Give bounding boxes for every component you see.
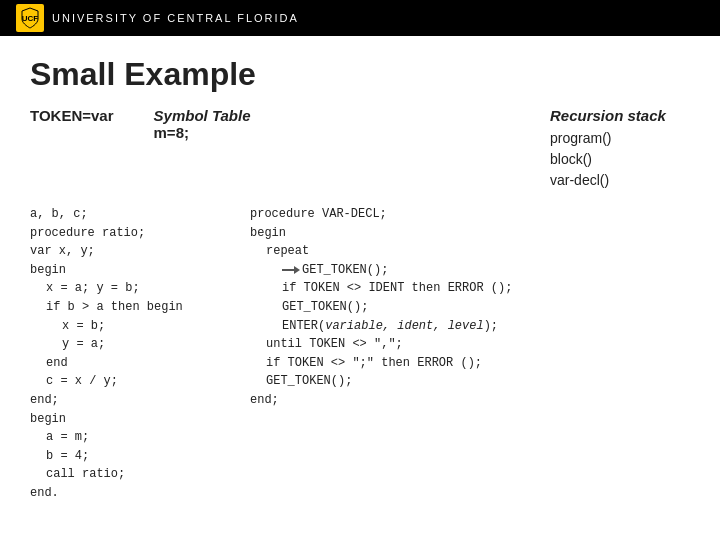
rc-line8: until TOKEN <> ","; <box>266 335 690 354</box>
shield-icon: UCF <box>16 4 44 32</box>
token-symbol-area: TOKEN=var Symbol Table m=8; <box>30 107 530 141</box>
university-name: UNIVERSITY OF CENTRAL FLORIDA <box>52 12 299 24</box>
lc-10: end; <box>30 391 230 410</box>
lc-9: c = x / y; <box>46 372 230 391</box>
rc-line9: if TOKEN <> ";" then ERROR (); <box>266 354 690 373</box>
symbol-table-title: Symbol Table <box>154 107 251 124</box>
symbol-table: Symbol Table m=8; <box>154 107 251 141</box>
top-row: TOKEN=var Symbol Table m=8; Recursion st… <box>30 107 690 191</box>
enter-prefix: ENTER( <box>282 319 325 333</box>
rc-line4-text: GET_TOKEN(); <box>302 261 388 280</box>
recursion-item-1: block() <box>550 149 690 170</box>
lc-4: x = a; y = b; <box>46 279 230 298</box>
rc-line4-arrow: GET_TOKEN(); <box>282 261 690 280</box>
lc-11: begin <box>30 410 230 429</box>
university-logo: UCF UNIVERSITY OF CENTRAL FLORIDA <box>16 4 299 32</box>
symbol-table-value: m=8; <box>154 124 251 141</box>
lc-12: a = m; <box>46 428 230 447</box>
recursion-stack-box: Recursion stack program() block() var-de… <box>550 107 690 191</box>
rc-line5: if TOKEN <> IDENT then ERROR (); <box>282 279 690 298</box>
lc-14: call ratio; <box>46 465 230 484</box>
recursion-items: program() block() var-decl() <box>550 128 690 191</box>
header-bar: UCF UNIVERSITY OF CENTRAL FLORIDA <box>0 0 720 36</box>
token-label: TOKEN= <box>30 107 91 124</box>
token-display: TOKEN=var <box>30 107 114 124</box>
enter-suffix: ); <box>484 319 498 333</box>
lc-8: end <box>46 354 230 373</box>
lc-7: y = a; <box>62 335 230 354</box>
page-title: Small Example <box>30 56 690 93</box>
token-value: var <box>91 107 114 124</box>
lc-6: x = b; <box>62 317 230 336</box>
arrow-icon <box>282 264 300 276</box>
rc-line7: ENTER(variable, ident, level); <box>282 317 690 336</box>
rc-line3: repeat <box>266 242 690 261</box>
svg-text:UCF: UCF <box>22 14 39 23</box>
enter-args: variable, ident, level <box>325 319 483 333</box>
rc-line6: GET_TOKEN(); <box>282 298 690 317</box>
rc-line10: GET_TOKEN(); <box>266 372 690 391</box>
lc-3: begin <box>30 261 230 280</box>
lc-13: b = 4; <box>46 447 230 466</box>
lc-5: if b > a then begin <box>46 298 230 317</box>
main-content: Small Example TOKEN=var Symbol Table m=8… <box>0 36 720 523</box>
rc-line1: procedure VAR-DECL; <box>250 205 690 224</box>
lc-2: var x, y; <box>30 242 230 261</box>
lc-15: end. <box>30 484 230 503</box>
rc-line2: begin <box>250 224 690 243</box>
right-code-block: procedure VAR-DECL; begin repeat GET_TOK… <box>250 205 690 410</box>
lc-1: procedure ratio; <box>30 224 230 243</box>
recursion-item-0: program() <box>550 128 690 149</box>
rc-line11: end; <box>250 391 690 410</box>
lc-0: a, b, c; <box>30 205 230 224</box>
recursion-title: Recursion stack <box>550 107 690 124</box>
lower-row: a, b, c; procedure ratio; var x, y; begi… <box>30 205 690 503</box>
left-code-block: a, b, c; procedure ratio; var x, y; begi… <box>30 205 230 503</box>
recursion-item-2: var-decl() <box>550 170 690 191</box>
